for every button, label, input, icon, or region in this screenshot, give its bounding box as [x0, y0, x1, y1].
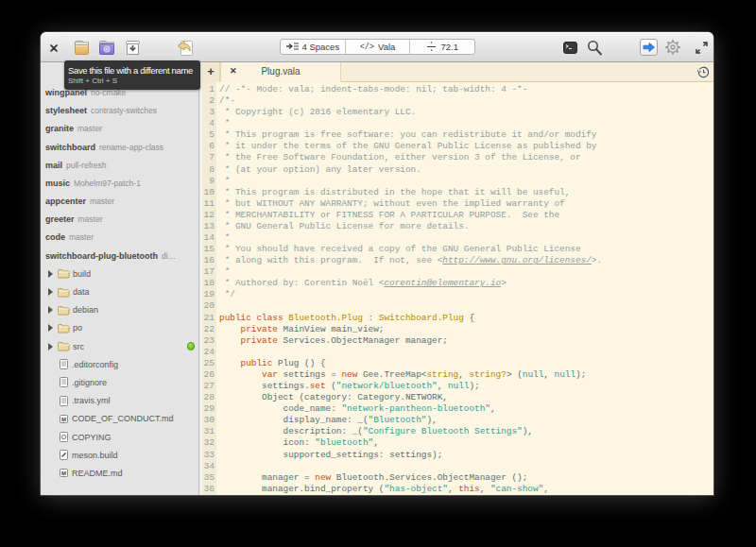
svg-text:M: M	[61, 470, 66, 476]
svg-text:M: M	[61, 416, 66, 421]
